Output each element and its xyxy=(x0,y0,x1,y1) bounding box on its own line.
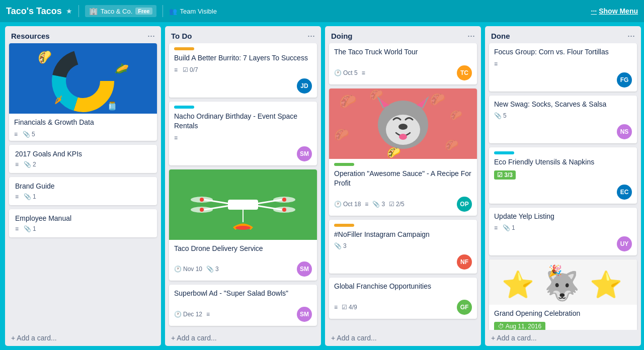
app-header: Taco's Tacos ★ 🏢 Taco & Co. Free 👥 Team … xyxy=(0,0,644,22)
svg-text:🌮: 🌮 xyxy=(430,92,446,107)
column-resources: Resources ··· 🌮 🌽 🌶 xyxy=(5,26,161,346)
card-meta-focusgroup: ≡ xyxy=(494,60,632,67)
card-body-worldtour: The Taco Truck World Tour xyxy=(329,43,477,63)
card-worldtour[interactable]: The Taco Truck World Tour 🕐Oct 5 ≡ TC xyxy=(329,43,477,84)
divider2 xyxy=(163,5,163,17)
card-image-awesomesauce: 🌮 🌮 🌮 🌮 🌮 🌮 xyxy=(329,89,477,159)
svg-text:🌮: 🌮 xyxy=(450,109,462,121)
card-meta-yelp: ≡ 📎1 xyxy=(494,224,632,231)
card-title-eco: Eco Friendly Utensils & Napkins xyxy=(494,157,632,167)
svg-text:⭐: ⭐ xyxy=(590,269,622,300)
svg-rect-10 xyxy=(228,200,258,210)
column-header-doing: Doing ··· xyxy=(325,26,481,43)
badge-eco: ☑ 3/3 xyxy=(494,170,516,180)
svg-text:🫙: 🫙 xyxy=(107,101,117,111)
svg-text:🌮: 🌮 xyxy=(387,146,401,159)
svg-point-23 xyxy=(200,208,204,212)
card-title-awesomesauce: Operation "Awesome Sauce" - A Recipe For… xyxy=(334,169,472,189)
card-footer-burrito: JD xyxy=(169,76,317,98)
card-drone[interactable]: Taco Drone Delivery Service 🕐Nov 10 📎3 S… xyxy=(169,169,317,281)
column-menu-button-resources[interactable]: ··· xyxy=(147,31,155,40)
card-focusgroup[interactable]: Focus Group: Corn vs. Flour Tortillas ≡ … xyxy=(489,43,637,92)
card-superbowl[interactable]: Superbowl Ad - "Super Salad Bowls" 🕐Dec … xyxy=(169,285,317,326)
column-cards-resources: 🌮 🌽 🌶 🫙 Financials & Growth Data ≡ 📎5 xyxy=(5,43,161,330)
card-title-focusgroup: Focus Group: Corn vs. Flour Tortillas xyxy=(494,47,632,57)
column-cards-done: Focus Group: Corn vs. Flour Tortillas ≡ … xyxy=(485,43,641,330)
svg-point-39 xyxy=(399,134,407,140)
card-footer-left-drone: 🕐Nov 10 📎3 xyxy=(174,266,219,273)
workspace-icon: 🏢 xyxy=(89,7,98,15)
column-header-resources: Resources ··· xyxy=(5,26,161,43)
more-dots-icon: ··· xyxy=(591,7,597,15)
card-employee-manual[interactable]: Employee Manual ≡ 📎1 xyxy=(9,209,157,237)
card-swag[interactable]: New Swag: Socks, Scarves & Salsa 📎5 NS xyxy=(489,96,637,144)
card-footer-left-franchise: ≡ ☑4/9 xyxy=(334,304,357,311)
card-title-financials: Financials & Growth Data xyxy=(14,118,152,128)
card-body-eco: Eco Friendly Utensils & Napkins ☑ 3/3 xyxy=(489,147,637,183)
card-brand[interactable]: Brand Guide ≡ 📎1 xyxy=(9,177,157,205)
card-footer-nofiller: NF xyxy=(329,252,477,274)
card-body-superbowl: Superbowl Ad - "Super Salad Bowls" xyxy=(169,285,317,305)
svg-text:🌮: 🌮 xyxy=(339,93,357,110)
column-cards-todo: Build A Better Burrito: 7 Layers To Succ… xyxy=(165,43,321,330)
column-menu-button-doing[interactable]: ··· xyxy=(467,31,475,40)
avatar-superbowl: SM xyxy=(297,307,312,322)
card-burrito[interactable]: Build A Better Burrito: 7 Layers To Succ… xyxy=(169,43,317,98)
card-label-nofiller xyxy=(334,224,354,227)
card-label-nacho xyxy=(174,106,194,109)
add-card-doing[interactable]: + Add a card... xyxy=(325,330,481,346)
star-icon[interactable]: ★ xyxy=(66,7,72,15)
board-title[interactable]: Taco's Tacos xyxy=(6,6,62,17)
avatar-worldtour: TC xyxy=(457,65,472,80)
card-footer-superbowl: 🕐Dec 12 ≡ SM xyxy=(169,305,317,326)
card-footer-left-awesomesauce: 🕐Oct 18 ≡ 📎3 ☑2/5 xyxy=(334,201,405,208)
column-menu-button-todo[interactable]: ··· xyxy=(307,31,315,40)
svg-text:🎉: 🎉 xyxy=(548,264,562,278)
card-footer-awesomesauce: 🕐Oct 18 ≡ 📎3 ☑2/5 OP xyxy=(329,195,477,216)
card-body-nofiller: #NoFiller Instagram Campaign 📎3 xyxy=(329,220,477,253)
card-body-drone: Taco Drone Delivery Service xyxy=(169,240,317,260)
card-financials[interactable]: 🌮 🌽 🌶 🫙 Financials & Growth Data ≡ 📎5 xyxy=(9,43,157,141)
card-meta-financials: ≡ 📎5 xyxy=(14,131,152,138)
add-card-resources[interactable]: + Add a card... xyxy=(5,330,161,346)
card-meta-swag: 📎5 xyxy=(494,112,632,119)
card-footer-nacho: SM xyxy=(169,144,317,165)
avatar-eco: EC xyxy=(617,185,632,200)
column-menu-button-done[interactable]: ··· xyxy=(627,31,635,40)
badge-date-grandopening: ⏱ Aug 11, 2016 xyxy=(494,322,545,330)
avatar-focusgroup: FG xyxy=(617,72,632,88)
card-meta-goals: ≡ 📎2 xyxy=(15,161,151,168)
avatar-franchise: GF xyxy=(457,300,472,315)
card-title-brand: Brand Guide xyxy=(15,182,151,190)
card-yelp[interactable]: Update Yelp Listing ≡ 📎1 UY xyxy=(489,208,637,256)
card-title-grandopening: Grand Opening Celebration xyxy=(494,309,632,319)
svg-point-20 xyxy=(235,226,251,230)
avatar-awesomesauce: OP xyxy=(457,197,472,212)
add-card-done[interactable]: + Add a card... xyxy=(485,330,641,346)
workspace-name: Taco & Co. xyxy=(101,8,133,15)
card-body-burrito: Build A Better Burrito: 7 Layers To Succ… xyxy=(169,43,317,76)
card-meta-eco: ☑ 3/3 xyxy=(494,170,632,180)
card-awesomesauce[interactable]: 🌮 🌮 🌮 🌮 🌮 🌮 xyxy=(329,89,477,216)
show-menu-button[interactable]: ··· Show Menu xyxy=(591,7,638,15)
column-title-resources: Resources xyxy=(11,32,50,40)
card-title-yelp: Update Yelp Listing xyxy=(494,212,632,222)
svg-point-21 xyxy=(200,198,204,202)
free-badge: Free xyxy=(135,8,152,15)
team-visibility[interactable]: 👥 Team Visible xyxy=(169,8,217,15)
card-grandopening[interactable]: ⭐ 🐺 ⭐ 🎉 Grand Opening Celebration ⏱ Aug … xyxy=(489,259,637,330)
card-nofiller[interactable]: #NoFiller Instagram Campaign 📎3 NF xyxy=(329,220,477,274)
svg-text:⭐: ⭐ xyxy=(502,269,534,300)
card-nacho[interactable]: Nacho Ordinary Birthday - Event Space Re… xyxy=(169,102,317,165)
card-franchise[interactable]: Global Franchise Opportunities ≡ ☑4/9 GF xyxy=(329,278,477,319)
card-title-franchise: Global Franchise Opportunities xyxy=(334,282,472,292)
card-image-grandopening: ⭐ 🐺 ⭐ 🎉 xyxy=(489,259,637,305)
card-body-yelp: Update Yelp Listing ≡ 📎1 xyxy=(489,208,637,235)
add-card-todo[interactable]: + Add a card... xyxy=(165,330,321,346)
avatar-nacho: SM xyxy=(297,146,312,161)
divider xyxy=(78,5,79,17)
card-goals[interactable]: 2017 Goals And KPIs ≡ 📎2 xyxy=(9,145,157,173)
card-eco[interactable]: Eco Friendly Utensils & Napkins ☑ 3/3 EC xyxy=(489,147,637,204)
workspace-badge[interactable]: 🏢 Taco & Co. Free xyxy=(85,5,156,17)
card-body-swag: New Swag: Socks, Scarves & Salsa 📎5 xyxy=(489,96,637,123)
